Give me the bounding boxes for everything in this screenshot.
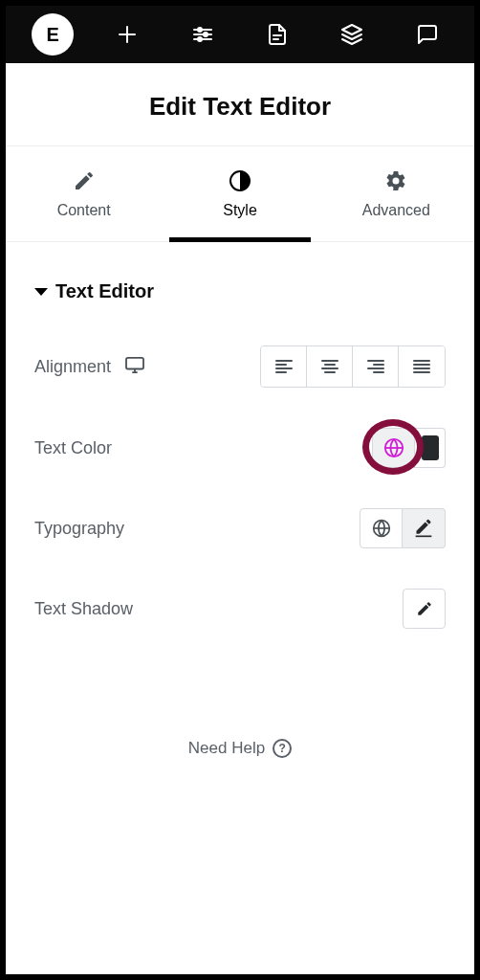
tab-content[interactable]: Content <box>6 146 162 241</box>
alignment-label: Alignment <box>34 356 145 378</box>
help-glyph: ? <box>278 742 285 755</box>
align-left-button[interactable] <box>261 346 307 387</box>
svg-point-5 <box>198 28 202 32</box>
svg-rect-35 <box>416 536 432 538</box>
add-button[interactable] <box>90 6 164 63</box>
help-link[interactable]: Need Help ? <box>34 739 446 758</box>
text-color-row: Text Color <box>34 428 446 468</box>
page-title: Edit Text Editor <box>6 63 474 146</box>
align-center-icon <box>321 360 338 373</box>
typography-edit-button[interactable] <box>403 508 446 548</box>
align-justify-icon <box>413 360 430 373</box>
half-circle-icon <box>229 169 251 192</box>
gear-icon <box>384 169 407 192</box>
tab-style[interactable]: Style <box>162 146 317 241</box>
svg-rect-12 <box>126 357 143 368</box>
pencil-icon <box>416 600 433 617</box>
color-picker-button[interactable] <box>415 428 446 468</box>
tab-bar: Content Style Advanced <box>6 146 474 242</box>
comments-button[interactable] <box>390 6 465 63</box>
style-panel: Text Editor Alignment Text Color <box>6 242 474 758</box>
pencil-icon <box>73 169 96 192</box>
top-toolbar: E <box>6 6 474 63</box>
global-color-button[interactable] <box>372 428 415 468</box>
chevron-down-icon <box>34 288 48 296</box>
align-center-button[interactable] <box>307 346 353 387</box>
document-icon <box>266 23 289 46</box>
typography-label: Typography <box>34 519 124 539</box>
align-left-icon <box>275 360 293 373</box>
alignment-group <box>260 345 446 388</box>
text-shadow-edit-button[interactable] <box>403 589 446 629</box>
align-right-button[interactable] <box>353 346 399 387</box>
help-icon: ? <box>273 739 292 758</box>
text-shadow-label: Text Shadow <box>34 599 133 619</box>
sliders-icon <box>191 23 214 46</box>
text-shadow-row: Text Shadow <box>34 589 446 629</box>
tab-content-label: Content <box>57 202 111 219</box>
logo-badge: E <box>32 13 74 56</box>
section-title: Text Editor <box>55 280 154 302</box>
chat-icon <box>416 23 439 46</box>
section-toggle[interactable]: Text Editor <box>34 280 446 302</box>
responsive-icon[interactable] <box>124 356 145 378</box>
document-button[interactable] <box>240 6 315 63</box>
align-right-icon <box>367 360 384 373</box>
logo-button[interactable]: E <box>15 6 90 63</box>
svg-point-6 <box>204 33 207 36</box>
settings-button[interactable] <box>165 6 240 63</box>
plus-icon <box>116 23 139 46</box>
globe-icon <box>383 437 404 458</box>
text-color-label: Text Color <box>34 438 112 458</box>
typography-control <box>360 508 446 548</box>
alignment-row: Alignment <box>34 345 446 388</box>
tab-style-label: Style <box>223 202 257 219</box>
global-typography-button[interactable] <box>360 508 403 548</box>
typography-row: Typography <box>34 508 446 548</box>
layers-button[interactable] <box>315 6 389 63</box>
color-swatch <box>422 435 439 460</box>
svg-marker-10 <box>342 25 361 34</box>
layers-icon <box>340 23 363 46</box>
globe-icon <box>372 519 391 538</box>
tab-advanced-label: Advanced <box>362 202 430 219</box>
text-color-control <box>372 428 446 468</box>
svg-point-7 <box>198 37 202 41</box>
logo-letter: E <box>46 24 58 46</box>
help-label: Need Help <box>188 739 265 758</box>
align-justify-button[interactable] <box>399 346 445 387</box>
alignment-label-text: Alignment <box>34 357 111 377</box>
tab-advanced[interactable]: Advanced <box>318 146 474 241</box>
pencil-underline-icon <box>414 519 433 538</box>
